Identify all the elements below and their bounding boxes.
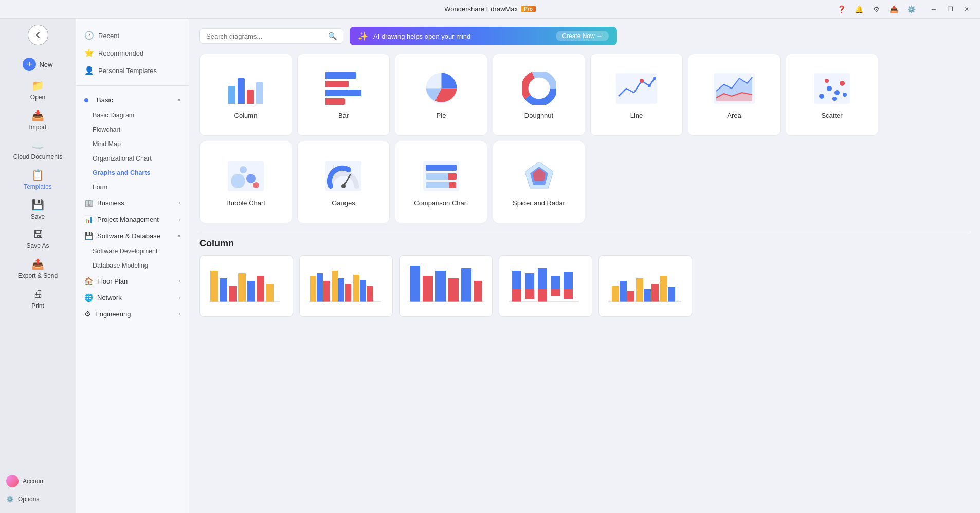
back-button[interactable] xyxy=(28,25,48,45)
svg-rect-40 xyxy=(229,286,237,302)
sidebar-item-export[interactable]: 📤 Export & Send xyxy=(0,254,76,284)
close-button[interactable]: ✕ xyxy=(959,2,974,16)
search-input[interactable] xyxy=(206,32,324,40)
sidebar-item-db-model[interactable]: Database Modeling xyxy=(76,258,189,273)
chart-card-area[interactable]: Area xyxy=(688,54,781,136)
network-chevron: › xyxy=(179,295,180,300)
options-button[interactable]: ⚙️ Options xyxy=(0,491,76,507)
svg-rect-29 xyxy=(426,165,457,171)
svg-rect-78 xyxy=(612,286,619,302)
sidebar-item-flowchart[interactable]: Flowchart xyxy=(76,122,189,137)
sidebar-basic-header[interactable]: Basic ▾ xyxy=(76,92,189,108)
area-card-label: Area xyxy=(727,112,741,119)
sidebar-network-header[interactable]: 🌐 Network › xyxy=(76,289,189,306)
section-divider xyxy=(199,232,970,232)
account-button[interactable]: Account xyxy=(0,471,76,491)
settings-icon[interactable]: ⚙️ xyxy=(904,2,918,16)
sidebar-item-cloud[interactable]: ☁️ Cloud Documents xyxy=(0,135,76,165)
sidebar-project-header[interactable]: 📊 Project Management › xyxy=(76,211,189,227)
svg-point-6 xyxy=(640,79,644,83)
bubble-chart-icon xyxy=(225,158,266,194)
ai-banner[interactable]: ✨ AI drawing helps open your mind Create… xyxy=(350,27,617,45)
svg-point-18 xyxy=(832,97,837,101)
community-icon[interactable]: ⚙ xyxy=(869,2,883,16)
basic-diagram-label: Basic Diagram xyxy=(93,112,134,119)
svg-point-7 xyxy=(648,84,651,87)
top-right-icons: ❓ 🔔 ⚙ 📤 ⚙️ xyxy=(834,0,918,19)
svg-rect-62 xyxy=(461,268,471,302)
sidebar-engineering-header[interactable]: ⚙ Engineering › xyxy=(76,306,189,322)
recommended-icon: ⭐ xyxy=(84,48,94,58)
export-icon: 📤 xyxy=(31,258,44,270)
software-label: Software & Database xyxy=(97,232,160,240)
sidebar-bottom: Account ⚙️ Options xyxy=(0,471,76,507)
sidebar-recommended[interactable]: ⭐ Recommended xyxy=(76,44,189,62)
spider-card-label: Spider and Radar xyxy=(513,199,565,207)
template-card-2[interactable] xyxy=(299,255,393,317)
sidebar-floor-header[interactable]: 🏠 Floor Plan › xyxy=(76,273,189,289)
sidebar-recent[interactable]: 🕐 Recent xyxy=(76,27,189,44)
chart-card-line[interactable]: Line xyxy=(590,54,683,136)
cloud-label: Cloud Documents xyxy=(13,153,62,161)
sidebar-item-save[interactable]: 💾 Save xyxy=(0,194,76,224)
chart-card-spider[interactable]: Spider and Radar xyxy=(493,141,585,223)
sidebar-mid: 🕐 Recent ⭐ Recommended 👤 Personal Templa… xyxy=(76,19,189,513)
sidebar-business-header[interactable]: 🏢 Business › xyxy=(76,194,189,211)
sidebar-item-print[interactable]: 🖨 Print xyxy=(0,284,76,313)
svg-rect-71 xyxy=(538,289,547,302)
new-button[interactable]: + New xyxy=(0,54,76,75)
template-card-3[interactable] xyxy=(399,255,493,317)
help-icon[interactable]: ❓ xyxy=(834,2,848,16)
chart-card-scatter[interactable]: Scatter xyxy=(786,54,878,136)
svg-rect-60 xyxy=(435,271,446,302)
svg-rect-51 xyxy=(338,278,344,302)
floor-chevron: › xyxy=(179,278,180,284)
chart-card-comparison[interactable]: Comparison Chart xyxy=(395,141,487,223)
sidebar-personal[interactable]: 👤 Personal Templates xyxy=(76,62,189,79)
svg-rect-68 xyxy=(525,273,534,289)
sidebar-item-sw-dev[interactable]: Software Development xyxy=(76,244,189,258)
avatar xyxy=(6,475,19,487)
svg-rect-66 xyxy=(512,271,521,289)
ai-create-button[interactable]: Create Now → xyxy=(556,31,609,41)
notification-icon[interactable]: 🔔 xyxy=(851,2,866,16)
chart-card-column[interactable]: Column xyxy=(199,54,292,136)
chart-card-gauges[interactable]: Gauges xyxy=(297,141,390,223)
template-card-1[interactable] xyxy=(199,255,293,317)
template-card-5[interactable] xyxy=(598,255,692,317)
template-card-4[interactable] xyxy=(499,255,592,317)
maximize-button[interactable]: ❐ xyxy=(943,2,957,16)
sidebar-item-mind-map[interactable]: Mind Map xyxy=(76,137,189,151)
sidebar-item-graphs[interactable]: Graphs and Charts xyxy=(76,166,189,180)
share-icon[interactable]: 📤 xyxy=(886,2,901,16)
pro-badge: Pro xyxy=(521,6,536,12)
chart-card-pie[interactable]: Pie xyxy=(395,54,487,136)
sidebar-software-header[interactable]: 💾 Software & Database ▾ xyxy=(76,227,189,244)
save-icon: 💾 xyxy=(31,199,44,211)
db-model-label: Database Modeling xyxy=(93,262,148,269)
sidebar-item-org-chart[interactable]: Organizational Chart xyxy=(76,151,189,166)
svg-rect-43 xyxy=(257,276,264,302)
sidebar-item-import[interactable]: 📥 Import xyxy=(0,105,76,135)
svg-rect-85 xyxy=(668,287,675,302)
save-as-icon: 🖫 xyxy=(33,228,43,240)
sidebar-item-open[interactable]: 📁 Open xyxy=(0,75,76,105)
import-label: Import xyxy=(29,123,46,131)
doughnut-card-label: Doughnut xyxy=(524,112,553,119)
sidebar-item-form[interactable]: Form xyxy=(76,180,189,194)
sidebar-item-templates[interactable]: 📋 Templates xyxy=(0,165,76,194)
chart-card-bubble[interactable]: Bubble Chart xyxy=(199,141,292,223)
chart-card-bar[interactable]: Bar xyxy=(297,54,390,136)
svg-point-23 xyxy=(253,182,259,188)
export-label: Export & Send xyxy=(18,272,58,279)
svg-rect-73 xyxy=(551,289,560,296)
sidebar-item-save-as[interactable]: 🖫 Save As xyxy=(0,224,76,254)
svg-rect-72 xyxy=(551,276,560,289)
minimize-button[interactable]: ─ xyxy=(927,2,941,16)
svg-rect-75 xyxy=(564,289,573,299)
svg-rect-59 xyxy=(423,276,433,302)
new-plus-icon: + xyxy=(23,58,36,71)
sidebar-item-basic-diagram[interactable]: Basic Diagram xyxy=(76,108,189,122)
chart-card-doughnut[interactable]: Doughnut xyxy=(493,54,585,136)
line-chart-icon xyxy=(616,70,657,107)
